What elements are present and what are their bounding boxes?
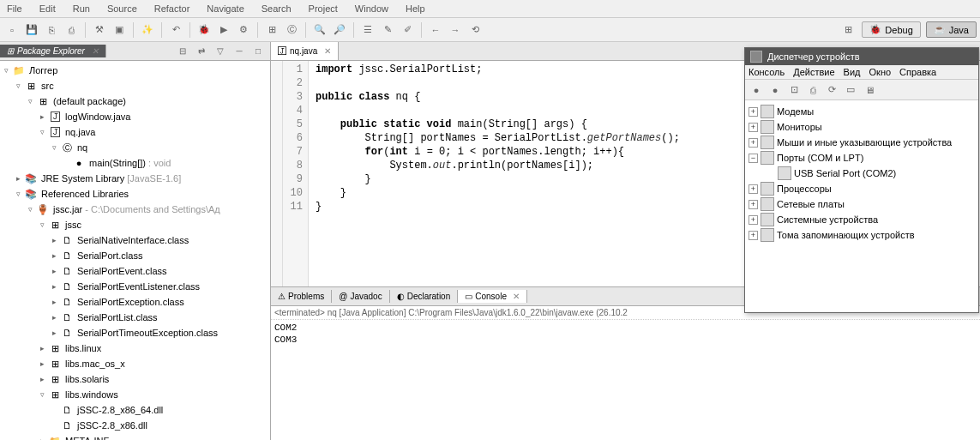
undo-icon[interactable]: ↶ — [167, 21, 184, 39]
menu-window[interactable]: Window — [352, 2, 392, 15]
tree-toggle-icon[interactable]: ▸ — [38, 437, 46, 440]
tree-toggle-icon[interactable]: ▿ — [38, 220, 46, 229]
package-icon[interactable]: ▣ — [111, 21, 128, 39]
perspective-debug[interactable]: 🐞Debug — [862, 21, 920, 38]
tree-row[interactable]: ▿⊞libs.windows — [2, 387, 268, 402]
menu-source[interactable]: Source — [104, 2, 141, 15]
tree-row[interactable]: ▸⊞libs.solaris — [2, 371, 268, 387]
tree-toggle-icon[interactable]: ▸ — [14, 174, 22, 183]
dm-back-icon[interactable]: ● — [749, 82, 764, 98]
tab-problems[interactable]: ⚠Problems — [271, 290, 332, 303]
dm-expand-icon[interactable]: + — [749, 184, 758, 194]
tab-console[interactable]: ▭Console✕ — [458, 290, 527, 303]
code-area[interactable]: import jssc.SerialPortList;public class … — [309, 61, 687, 286]
tree-toggle-icon[interactable]: ▸ — [38, 375, 46, 383]
menu-help[interactable]: Help — [402, 2, 429, 15]
tree-row[interactable]: ▸📚JRE System Library [JavaSE-1.6] — [2, 171, 268, 186]
tree-row[interactable]: ▿🏺jssc.jar - C:\Documents and Settings\А… — [2, 202, 268, 217]
tree-row[interactable]: ▸🗋SerialNativeInterface.class — [2, 232, 268, 248]
menu-navigate[interactable]: Navigate — [203, 2, 247, 15]
menu-run[interactable]: Run — [69, 2, 93, 15]
tree-row[interactable]: ▸🗋SerialPortException.class — [2, 294, 268, 310]
tree-row[interactable]: ▿📚Referenced Libraries — [2, 186, 268, 202]
tree-row[interactable]: ▿📁Логгер — [2, 63, 268, 78]
link-editor-icon[interactable]: ⇄ — [193, 43, 210, 60]
tree-toggle-icon[interactable]: ▸ — [38, 359, 46, 368]
tree-row[interactable]: ▸📁META-INF — [2, 433, 268, 440]
open-type-icon[interactable]: 🔍 — [311, 21, 328, 39]
device-node-ports[interactable]: −Порты (COM и LPT) — [749, 150, 975, 166]
menu-file[interactable]: File — [3, 2, 26, 15]
dm-menu-help[interactable]: Справка — [899, 67, 936, 77]
open-perspective-icon[interactable]: ⊞ — [839, 21, 857, 39]
device-tree[interactable]: +Модемы+Мониторы+Мыши и иные указывающие… — [745, 100, 978, 312]
tree-row[interactable]: ▿⊞src — [2, 78, 268, 93]
save-icon[interactable]: 💾 — [23, 21, 40, 39]
close-icon[interactable]: ✕ — [92, 46, 99, 56]
menu-edit[interactable]: Edit — [36, 2, 59, 15]
tree-row[interactable]: ▸🄹logWindow.java — [2, 109, 268, 124]
perspective-java[interactable]: ☕Java — [926, 21, 977, 38]
task-icon[interactable]: ☰ — [359, 21, 376, 39]
debug-icon[interactable]: 🐞 — [195, 21, 213, 39]
package-tree[interactable]: ▿📁Логгер▿⊞src▿⊞(default package)▸🄹logWin… — [0, 61, 270, 440]
dm-props-icon[interactable]: ▭ — [843, 82, 858, 98]
tree-toggle-icon[interactable]: ▸ — [50, 251, 58, 260]
console-output[interactable]: COM2 COM3 — [271, 320, 980, 440]
tree-row[interactable]: 🗋jSSC-2.8_x86.dll — [2, 418, 268, 433]
device-node-monitors[interactable]: +Мониторы — [749, 119, 975, 135]
dm-refresh-icon[interactable]: ⟳ — [824, 82, 839, 98]
tree-toggle-icon[interactable]: ▿ — [50, 143, 58, 152]
run-icon[interactable]: ▶ — [215, 21, 232, 39]
dm-expand-icon[interactable]: + — [749, 215, 758, 225]
tree-row[interactable]: ●main(String[]) : void — [2, 155, 268, 171]
dm-expand-icon[interactable]: + — [749, 107, 758, 117]
tree-row[interactable]: ▸🗋SerialPort.class — [2, 248, 268, 263]
run-ext-icon[interactable]: ⚙ — [235, 21, 252, 39]
device-node-modems[interactable]: +Модемы — [749, 104, 975, 119]
build-icon[interactable]: ⚒ — [91, 21, 108, 39]
tree-toggle-icon[interactable]: ▿ — [26, 205, 34, 214]
tree-toggle-icon[interactable]: ▸ — [50, 298, 58, 306]
bookmark-icon[interactable]: ✎ — [379, 21, 396, 39]
dm-expand-icon[interactable]: − — [749, 154, 758, 163]
save-all-icon[interactable]: ⎘ — [43, 21, 60, 39]
device-node-storage[interactable]: +Тома запоминающих устройств — [749, 227, 975, 243]
tree-toggle-icon[interactable]: ▿ — [2, 66, 10, 75]
print-icon[interactable]: ⎙ — [63, 21, 80, 39]
dm-expand-icon[interactable]: + — [749, 123, 758, 132]
dm-expand-icon[interactable]: + — [749, 138, 758, 148]
tree-toggle-icon[interactable]: ▿ — [38, 128, 46, 136]
tree-row[interactable]: ▸🗋SerialPortEventListener.class — [2, 279, 268, 294]
dm-scan-icon[interactable]: 🖥 — [862, 82, 877, 98]
collapse-all-icon[interactable]: ⊟ — [174, 43, 191, 60]
dm-expand-icon[interactable]: + — [749, 200, 758, 209]
dm-menu-action[interactable]: Действие — [793, 67, 834, 77]
dm-expand-icon[interactable]: + — [749, 231, 758, 240]
tree-toggle-icon[interactable]: ▿ — [14, 81, 22, 90]
minimize-icon[interactable]: ─ — [231, 43, 248, 60]
tree-row[interactable]: ▸🗋SerialPortTimeoutException.class — [2, 325, 268, 341]
device-node-mice[interactable]: +Мыши и иные указывающие устройства — [749, 135, 975, 150]
tree-row[interactable]: 🗋jSSC-2.8_x86_64.dll — [2, 402, 268, 418]
dm-menu-view[interactable]: Вид — [844, 67, 861, 77]
device-node-cpu[interactable]: +Процессоры — [749, 181, 975, 196]
dm-menu-console[interactable]: Консоль — [749, 67, 785, 77]
tree-toggle-icon[interactable]: ▸ — [38, 112, 46, 121]
tree-row[interactable]: ▿Ⓒnq — [2, 140, 268, 155]
tree-row[interactable]: ▸⊞libs.mac_os_x — [2, 356, 268, 371]
dm-forward-icon[interactable]: ● — [767, 82, 783, 98]
menu-search[interactable]: Search — [258, 2, 295, 15]
device-manager-window[interactable]: Диспетчер устройств Консоль Действие Вид… — [744, 47, 979, 313]
forward-icon[interactable]: → — [447, 21, 464, 39]
tree-row[interactable]: ▸🗋SerialPortEvent.class — [2, 263, 268, 279]
device-node-usb-serial[interactable]: USB Serial Port (COM2) — [749, 166, 975, 181]
tree-toggle-icon[interactable]: ▸ — [50, 267, 58, 275]
new-package-icon[interactable]: ⊞ — [263, 21, 280, 39]
package-explorer-tab[interactable]: ⊞Package Explorer✕ — [0, 45, 106, 57]
last-edit-icon[interactable]: ⟲ — [466, 21, 484, 39]
back-icon[interactable]: ← — [427, 21, 444, 39]
dm-up-icon[interactable]: ⊡ — [786, 82, 802, 98]
new-icon[interactable]: ▫ — [3, 21, 21, 39]
dm-menu-window[interactable]: Окно — [869, 67, 892, 77]
